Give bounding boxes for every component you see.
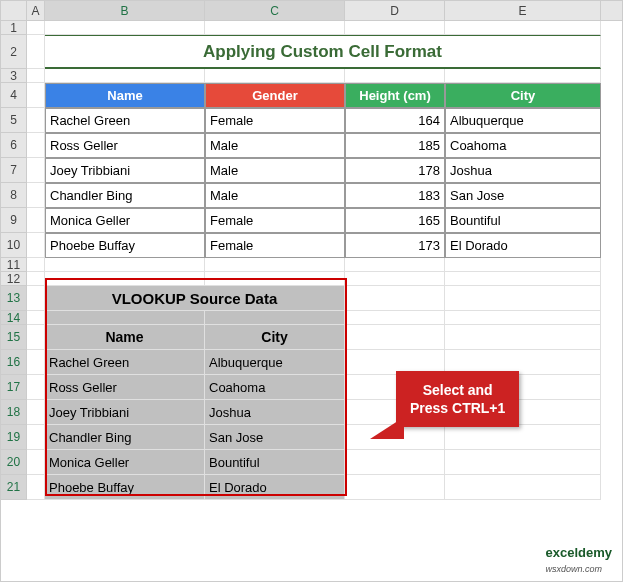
cell-height[interactable]: 173: [345, 233, 445, 258]
cell-city[interactable]: El Dorado: [445, 233, 601, 258]
row-header-7[interactable]: 7: [1, 158, 27, 183]
row-header-16[interactable]: 16: [1, 350, 27, 375]
cell[interactable]: [45, 272, 205, 286]
row-header-5[interactable]: 5: [1, 108, 27, 133]
cell[interactable]: [345, 450, 445, 475]
cell[interactable]: [27, 400, 45, 425]
cell[interactable]: [27, 158, 45, 183]
row-header-3[interactable]: 3: [1, 69, 27, 83]
cell-gender[interactable]: Male: [205, 133, 345, 158]
page-title[interactable]: Applying Custom Cell Format: [45, 35, 601, 69]
cell[interactable]: [27, 35, 45, 69]
cell-height[interactable]: 183: [345, 183, 445, 208]
vlookup-name[interactable]: Joey Tribbiani: [45, 400, 205, 425]
row-header-14[interactable]: 14: [1, 311, 27, 325]
col-header-c[interactable]: C: [205, 1, 345, 20]
vlookup-header-name[interactable]: Name: [45, 325, 205, 350]
cell-city[interactable]: Coahoma: [445, 133, 601, 158]
vlookup-city[interactable]: Coahoma: [205, 375, 345, 400]
vlookup-name[interactable]: Monica Geller: [45, 450, 205, 475]
cell-height[interactable]: 165: [345, 208, 445, 233]
cell-name[interactable]: Joey Tribbiani: [45, 158, 205, 183]
row-header-15[interactable]: 15: [1, 325, 27, 350]
vlookup-name[interactable]: Phoebe Buffay: [45, 475, 205, 500]
row-header-9[interactable]: 9: [1, 208, 27, 233]
cell[interactable]: [27, 258, 45, 272]
cell-city[interactable]: San Jose: [445, 183, 601, 208]
row-header-10[interactable]: 10: [1, 233, 27, 258]
cell[interactable]: [445, 272, 601, 286]
cell[interactable]: [205, 258, 345, 272]
cell[interactable]: [445, 69, 601, 83]
cell-height[interactable]: 178: [345, 158, 445, 183]
cell-name[interactable]: Ross Geller: [45, 133, 205, 158]
cell[interactable]: [345, 258, 445, 272]
cell[interactable]: [45, 21, 205, 35]
cell[interactable]: [205, 21, 345, 35]
cell[interactable]: [445, 258, 601, 272]
col-header-e[interactable]: E: [445, 1, 601, 20]
row-header-12[interactable]: 12: [1, 272, 27, 286]
cell[interactable]: [45, 258, 205, 272]
cell[interactable]: [27, 233, 45, 258]
cell-height[interactable]: 185: [345, 133, 445, 158]
row-header-13[interactable]: 13: [1, 286, 27, 311]
cell[interactable]: [345, 272, 445, 286]
cell[interactable]: [27, 325, 45, 350]
cell[interactable]: [445, 425, 601, 450]
cell[interactable]: [45, 69, 205, 83]
vlookup-name[interactable]: Rachel Green: [45, 350, 205, 375]
vlookup-city[interactable]: Bountiful: [205, 450, 345, 475]
cell[interactable]: [205, 311, 345, 325]
cell-gender[interactable]: Female: [205, 233, 345, 258]
cell[interactable]: [27, 108, 45, 133]
cell-city[interactable]: Albuquerque: [445, 108, 601, 133]
cell[interactable]: [345, 475, 445, 500]
vlookup-header-city[interactable]: City: [205, 325, 345, 350]
table-header-city[interactable]: City: [445, 83, 601, 108]
select-all-corner[interactable]: [1, 1, 27, 20]
row-header-17[interactable]: 17: [1, 375, 27, 400]
cell[interactable]: [445, 286, 601, 311]
cell[interactable]: [345, 286, 445, 311]
cell[interactable]: [27, 83, 45, 108]
vlookup-name[interactable]: Ross Geller: [45, 375, 205, 400]
cell[interactable]: [27, 183, 45, 208]
row-header-19[interactable]: 19: [1, 425, 27, 450]
cell[interactable]: [27, 133, 45, 158]
cell-name[interactable]: Monica Geller: [45, 208, 205, 233]
row-header-1[interactable]: 1: [1, 21, 27, 35]
cell[interactable]: [27, 69, 45, 83]
vlookup-city[interactable]: Albuquerque: [205, 350, 345, 375]
cell[interactable]: [45, 311, 205, 325]
cell[interactable]: [27, 208, 45, 233]
cell[interactable]: [445, 21, 601, 35]
cell[interactable]: [445, 325, 601, 350]
vlookup-title[interactable]: VLOOKUP Source Data: [45, 286, 345, 311]
row-header-2[interactable]: 2: [1, 35, 27, 69]
cell-gender[interactable]: Female: [205, 108, 345, 133]
cell-name[interactable]: Rachel Green: [45, 108, 205, 133]
col-header-a[interactable]: A: [27, 1, 45, 20]
table-header-name[interactable]: Name: [45, 83, 205, 108]
row-header-4[interactable]: 4: [1, 83, 27, 108]
row-header-20[interactable]: 20: [1, 450, 27, 475]
cell[interactable]: [345, 21, 445, 35]
cell[interactable]: [345, 69, 445, 83]
col-header-d[interactable]: D: [345, 1, 445, 20]
cell[interactable]: [27, 21, 45, 35]
cell[interactable]: [27, 286, 45, 311]
cell[interactable]: [27, 311, 45, 325]
row-header-11[interactable]: 11: [1, 258, 27, 272]
row-header-6[interactable]: 6: [1, 133, 27, 158]
vlookup-city[interactable]: El Dorado: [205, 475, 345, 500]
cell[interactable]: [205, 272, 345, 286]
cell[interactable]: [27, 425, 45, 450]
table-header-gender[interactable]: Gender: [205, 83, 345, 108]
cell[interactable]: [27, 272, 45, 286]
cell-height[interactable]: 164: [345, 108, 445, 133]
col-header-b[interactable]: B: [45, 1, 205, 20]
cell-name[interactable]: Chandler Bing: [45, 183, 205, 208]
cell[interactable]: [205, 69, 345, 83]
cell-gender[interactable]: Male: [205, 183, 345, 208]
